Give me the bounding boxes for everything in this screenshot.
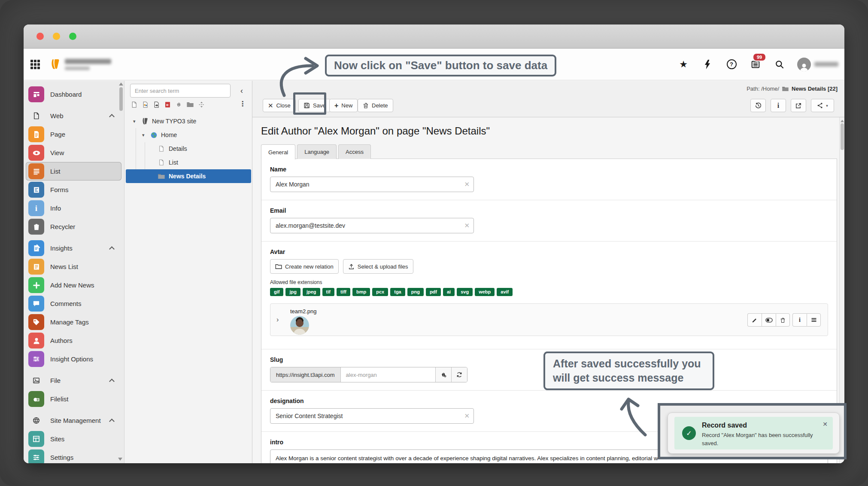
scroll-down-arrow[interactable] bbox=[118, 458, 122, 461]
success-toast: ✓ Record saved Record "Alex Morgan" has … bbox=[674, 417, 833, 449]
trash-icon bbox=[363, 102, 369, 109]
sidebar-scrollbar[interactable] bbox=[119, 83, 123, 111]
doc-header: Path: /Home/ News Details [22] ✕ Close S… bbox=[252, 81, 844, 117]
scroll-thumb[interactable] bbox=[841, 123, 844, 150]
delete-file-button[interactable] bbox=[776, 313, 790, 327]
settings-icon bbox=[28, 449, 44, 463]
spacer-icon[interactable] bbox=[198, 101, 205, 108]
new-link-page-icon[interactable] bbox=[153, 101, 160, 108]
close-button[interactable]: ✕ Close bbox=[263, 99, 296, 112]
folder-icon[interactable] bbox=[186, 101, 194, 108]
edit-file-button[interactable] bbox=[747, 313, 762, 327]
file-icon bbox=[28, 373, 44, 388]
tree-node-details[interactable]: Details bbox=[124, 142, 252, 156]
select-upload-button[interactable]: Select & upload files bbox=[343, 259, 413, 274]
recalculate-slug-button[interactable] bbox=[451, 367, 467, 382]
email-input[interactable]: alex.morgan@testsite.dev bbox=[270, 218, 474, 233]
sidebar-section-site-management[interactable]: Site Management bbox=[26, 411, 121, 430]
name-input[interactable]: Alex Morgan bbox=[270, 177, 474, 192]
scroll-thumb[interactable] bbox=[119, 87, 123, 111]
info-button[interactable]: i bbox=[771, 99, 786, 112]
sidebar-item-authors[interactable]: Authors bbox=[26, 331, 121, 350]
new-page-icon[interactable] bbox=[131, 101, 138, 108]
sidebar-item-manage-tags[interactable]: Manage Tags bbox=[26, 313, 121, 331]
collapse-tree-icon[interactable]: ‹ bbox=[235, 84, 248, 97]
pencil-icon bbox=[752, 317, 758, 323]
extension-badges: gif jpg jpeg tif tiff bmp pcx tga png pd… bbox=[270, 288, 828, 296]
chevron-down-icon[interactable]: ▾ bbox=[133, 119, 137, 124]
clear-icon[interactable]: ✕ bbox=[464, 412, 470, 420]
sidebar-item-recycler[interactable]: Recycler bbox=[26, 217, 121, 236]
tree-menu-kebab-icon[interactable]: ⋮ bbox=[239, 100, 246, 108]
history-icon bbox=[755, 102, 762, 109]
chevron-down-icon[interactable]: ▾ bbox=[142, 132, 146, 138]
path-record: News Details [22] bbox=[792, 86, 838, 92]
expand-chevron-icon[interactable]: › bbox=[276, 316, 279, 324]
sidebar-item-filelist[interactable]: Filelist bbox=[26, 390, 121, 408]
sidebar-item-news-list[interactable]: News List bbox=[26, 257, 121, 276]
zoom-traffic-light[interactable] bbox=[69, 33, 76, 40]
toast-close-icon[interactable]: ✕ bbox=[822, 421, 828, 428]
sidebar-item-comments[interactable]: Comments bbox=[26, 294, 121, 313]
extension-badge: svg bbox=[457, 288, 473, 296]
file-info-button[interactable]: i bbox=[792, 313, 807, 327]
sidebar-item-view[interactable]: View bbox=[26, 144, 121, 162]
sidebar-item-settings[interactable]: Settings bbox=[26, 448, 121, 463]
tab-bar: General Language Access bbox=[261, 144, 371, 159]
slug-input-group: https://insight.t3api.com alex-morgan bbox=[270, 367, 467, 382]
history-button[interactable] bbox=[750, 99, 766, 112]
sidebar-item-insight-options[interactable]: Insight Options bbox=[26, 350, 121, 368]
field-email-section: Email alex.morgan@testsite.dev ✕ bbox=[261, 200, 837, 241]
sidebar-item-add-new-news[interactable]: Add New News bbox=[26, 276, 121, 294]
slug-input[interactable]: alex-morgan bbox=[341, 367, 435, 382]
allowed-extensions-label: Allowed file extensions bbox=[270, 279, 828, 285]
sidebar-item-info[interactable]: i Info bbox=[26, 199, 121, 217]
share-button[interactable]: ▾ bbox=[811, 99, 834, 112]
toggle-slug-lock-button[interactable] bbox=[435, 367, 451, 382]
clear-icon[interactable]: ✕ bbox=[464, 180, 470, 188]
new-shortcut-page-icon[interactable] bbox=[142, 101, 149, 108]
disable-file-button[interactable] bbox=[762, 313, 776, 327]
create-relation-button[interactable]: Create new relation bbox=[270, 259, 339, 274]
sidebar-item-dashboard[interactable]: Dashboard bbox=[26, 85, 121, 104]
close-traffic-light[interactable] bbox=[36, 33, 44, 40]
field-name-section: Name Alex Morgan ✕ bbox=[261, 159, 837, 200]
designation-input[interactable]: Senior Content Strategist bbox=[270, 408, 474, 424]
sidebar-item-forms[interactable]: Forms bbox=[26, 180, 121, 199]
opendocs-icon[interactable]: 99 bbox=[749, 58, 762, 71]
tab-general[interactable]: General bbox=[261, 144, 295, 159]
new-external-page-icon[interactable] bbox=[164, 101, 171, 108]
sidebar-item-sites[interactable]: Sites bbox=[26, 430, 121, 448]
list-icon bbox=[28, 163, 44, 179]
sidebar-section-web[interactable]: Web bbox=[26, 107, 121, 125]
extension-badge: bmp bbox=[352, 288, 370, 296]
delete-button[interactable]: Delete bbox=[358, 99, 393, 112]
tree-node-home[interactable]: ▾ Home bbox=[124, 128, 252, 142]
file-drag-handle[interactable] bbox=[807, 313, 821, 327]
sidebar-section-file[interactable]: File bbox=[26, 371, 121, 390]
tab-access[interactable]: Access bbox=[338, 144, 371, 159]
open-in-new-window-button[interactable] bbox=[791, 99, 806, 112]
tree-search-input[interactable] bbox=[130, 84, 231, 98]
sidebar-item-page[interactable]: Page bbox=[26, 125, 121, 144]
bookmark-star-icon[interactable]: ★ bbox=[677, 58, 690, 71]
help-icon[interactable]: ? bbox=[725, 58, 738, 71]
module-menu-icon[interactable] bbox=[30, 60, 40, 69]
link-icon[interactable] bbox=[175, 101, 182, 108]
tree-node-list[interactable]: List bbox=[124, 156, 252, 169]
tree-node-root[interactable]: ▾ New TYPO3 site bbox=[124, 114, 252, 128]
new-button[interactable]: + New bbox=[329, 99, 358, 112]
clear-icon[interactable]: ✕ bbox=[464, 222, 470, 229]
sidebar-item-list[interactable]: List bbox=[26, 162, 121, 180]
minimize-traffic-light[interactable] bbox=[53, 33, 60, 40]
avatar-thumbnail[interactable] bbox=[290, 316, 309, 335]
sidebar-section-insights[interactable]: Insights bbox=[26, 239, 121, 257]
tab-language[interactable]: Language bbox=[297, 144, 337, 159]
info-icon: i bbox=[777, 102, 779, 110]
user-menu[interactable] bbox=[797, 58, 838, 71]
extension-badge: pdf bbox=[426, 288, 441, 296]
scroll-up-arrow[interactable] bbox=[119, 83, 123, 86]
search-icon[interactable] bbox=[773, 58, 786, 71]
tree-node-news-details[interactable]: News Details bbox=[126, 169, 251, 183]
clear-cache-bolt-icon[interactable] bbox=[701, 58, 714, 71]
